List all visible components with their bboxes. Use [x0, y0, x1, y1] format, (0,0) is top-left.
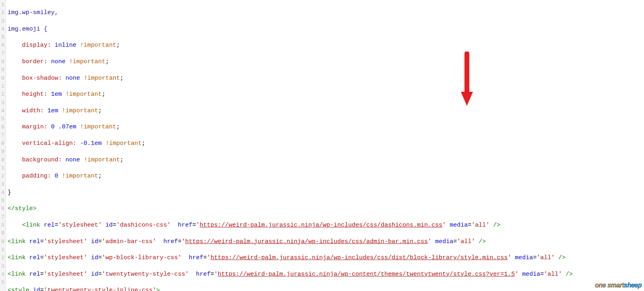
code-token: border: — [22, 58, 47, 65]
code-token: <link — [8, 238, 29, 245]
code-token: ; — [142, 140, 145, 147]
code-token: 'stylesheet' — [44, 238, 87, 245]
code-token: !important — [69, 58, 105, 65]
code-token: href — [171, 222, 192, 229]
code-token: img.wp-smiley, — [8, 9, 58, 16]
code-token: = — [468, 222, 471, 229]
code-token: ; — [102, 91, 105, 98]
code-token: !important — [62, 173, 98, 180]
url-link[interactable]: https://weird-palm.jurassic.ninja/wp-con… — [218, 271, 515, 278]
code-token: = — [40, 271, 44, 278]
code-token: id — [102, 222, 113, 229]
code-token: rel — [29, 254, 40, 261]
code-token: id — [87, 271, 98, 278]
code-token: height: — [22, 91, 47, 98]
code-editor: 12345678901234567890123456789012345 img.… — [0, 0, 644, 291]
code-token: href — [182, 254, 203, 261]
code-token: width: — [22, 107, 44, 114]
code-token: = — [192, 222, 196, 229]
code-token: margin: — [22, 124, 47, 130]
code-token: ' — [196, 222, 200, 229]
code-token: = — [40, 254, 44, 261]
code-token: rel — [29, 271, 40, 278]
code-token: <style — [8, 287, 33, 291]
code-token: > — [156, 287, 160, 291]
url-link[interactable]: https://weird-palm.jurassic.ninja/wp-inc… — [185, 238, 428, 245]
code-token: 'dashicons-css' — [116, 222, 171, 229]
code-token: = — [178, 238, 182, 245]
code-token: 'admin-bar-css' — [102, 238, 156, 245]
code-token: 0 — [51, 173, 62, 180]
code-token: /> — [475, 238, 486, 245]
url-link[interactable]: https://weird-palm.jurassic.ninja/wp-inc… — [211, 254, 508, 261]
code-token: media — [511, 254, 533, 261]
code-token: !important — [84, 157, 120, 163]
code-token: box-shadow: — [22, 75, 62, 82]
code-token: = — [540, 271, 544, 278]
code-token: media — [446, 222, 468, 229]
code-token: id — [87, 238, 98, 245]
code-token: <link — [8, 222, 44, 229]
code-token: !important — [80, 42, 116, 49]
code-token: vertical-align: — [22, 140, 76, 147]
watermark-logo: one smartsheep — [595, 281, 642, 289]
code-token: ; — [116, 124, 120, 130]
code-token: = — [98, 271, 102, 278]
code-token: ; — [120, 157, 124, 163]
code-token: </style> — [8, 205, 37, 212]
code-token: = — [40, 238, 44, 245]
code-token: 'wp-block-library-css' — [102, 254, 182, 261]
code-token: id — [87, 254, 98, 261]
code-token: /> — [489, 222, 500, 229]
code-token: = — [453, 238, 457, 245]
code-token: ; — [116, 42, 120, 49]
code-token: = — [98, 238, 102, 245]
code-token: = — [98, 254, 102, 261]
code-token: 'all' — [457, 238, 475, 245]
code-token: = — [40, 287, 44, 291]
code-token: none — [62, 157, 84, 163]
code-token: href — [189, 271, 211, 278]
code-token: !important — [105, 140, 142, 147]
code-content[interactable]: img.wp-smiley, img.emoji { display: inli… — [6, 0, 644, 291]
code-token: ' — [508, 254, 511, 261]
code-token: 1em — [47, 91, 66, 98]
code-token: 'twentytwenty-style-inline-css' — [44, 287, 156, 291]
code-token: ' — [182, 238, 185, 245]
code-token: 0 .07em — [47, 124, 80, 130]
code-token: rel — [44, 222, 55, 229]
code-token: 'all' — [544, 271, 562, 278]
code-token: !important — [66, 91, 102, 98]
code-token: none — [62, 75, 84, 82]
code-token: = — [533, 254, 537, 261]
code-token: ; — [98, 107, 102, 114]
code-token: 'stylesheet' — [44, 271, 87, 278]
code-token: display: — [22, 42, 51, 49]
code-token: !important — [80, 124, 116, 130]
code-token: rel — [29, 238, 40, 245]
url-link[interactable]: https://weird-palm.jurassic.ninja/wp-inc… — [200, 222, 442, 229]
code-token: ' — [207, 254, 211, 261]
watermark-text-b: sheep — [624, 282, 642, 289]
code-token: } — [8, 189, 11, 196]
code-token: !important — [62, 107, 98, 114]
code-token: 'stylesheet' — [44, 254, 87, 261]
code-token: 'all' — [537, 254, 555, 261]
code-token: padding: — [22, 173, 51, 180]
code-token: img.emoji { — [8, 26, 47, 33]
code-token: none — [47, 58, 69, 65]
code-token: = — [113, 222, 116, 229]
code-token: 1em — [44, 107, 62, 114]
code-token: 'stylesheet' — [58, 222, 102, 229]
code-token: /> — [555, 254, 566, 261]
code-token: ' — [515, 271, 518, 278]
line-number-gutter: 12345678901234567890123456789012345 — [0, 0, 6, 291]
code-token: inline — [51, 42, 80, 49]
code-token: background: — [22, 157, 62, 163]
code-token: ' — [442, 222, 446, 229]
code-token: ; — [120, 75, 124, 82]
watermark-text-a: one smart — [595, 282, 624, 289]
code-token: media — [431, 238, 453, 245]
code-token: /> — [562, 271, 573, 278]
code-token: <link — [8, 271, 29, 278]
